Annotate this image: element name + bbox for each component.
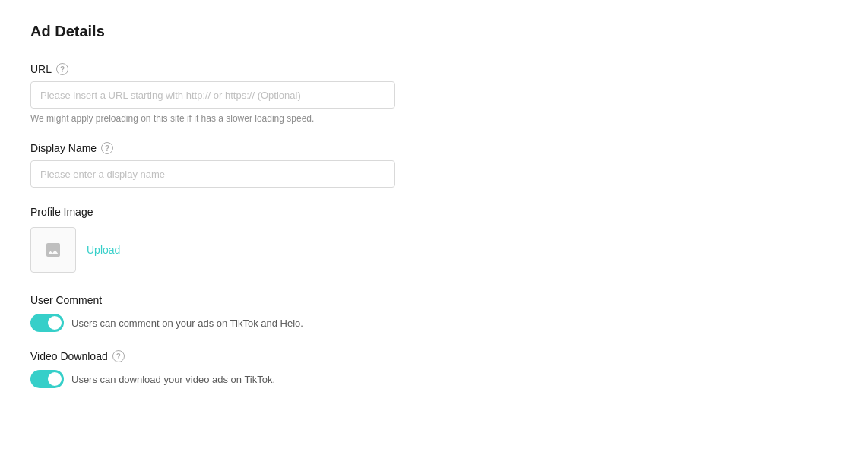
image-upload-area: Upload bbox=[30, 227, 502, 273]
video-download-toggle-row: Users can download your video ads on Tik… bbox=[30, 370, 502, 388]
profile-image-label: Profile Image bbox=[30, 206, 502, 218]
user-comment-toggle-row: Users can comment on your ads on TikTok … bbox=[30, 314, 502, 332]
video-download-label: Video Download ? bbox=[30, 350, 502, 362]
image-icon bbox=[44, 241, 62, 259]
video-download-section: Video Download ? Users can download your… bbox=[30, 350, 502, 388]
url-hint: We might apply preloading on this site i… bbox=[30, 113, 502, 124]
user-comment-label: User Comment bbox=[30, 294, 502, 306]
video-download-description: Users can download your video ads on Tik… bbox=[71, 374, 275, 385]
user-comment-section: User Comment Users can comment on your a… bbox=[30, 294, 502, 332]
profile-image-section: Profile Image Upload bbox=[30, 206, 502, 273]
display-name-input[interactable] bbox=[30, 160, 395, 188]
user-comment-description: Users can comment on your ads on TikTok … bbox=[71, 318, 303, 329]
url-help-icon[interactable]: ? bbox=[56, 63, 68, 75]
display-name-help-icon[interactable]: ? bbox=[101, 142, 113, 154]
video-download-help-icon[interactable]: ? bbox=[112, 350, 125, 362]
url-input[interactable] bbox=[30, 81, 395, 109]
display-name-label: Display Name ? bbox=[30, 142, 502, 154]
page-container: Ad Details URL ? We might apply preloadi… bbox=[0, 0, 532, 429]
user-comment-slider bbox=[30, 314, 64, 332]
url-section: URL ? We might apply preloading on this … bbox=[30, 63, 502, 124]
user-comment-toggle[interactable] bbox=[30, 314, 64, 332]
page-title: Ad Details bbox=[30, 23, 502, 40]
upload-button[interactable]: Upload bbox=[87, 244, 120, 256]
video-download-toggle[interactable] bbox=[30, 370, 64, 388]
image-placeholder bbox=[30, 227, 76, 273]
video-download-slider bbox=[30, 370, 64, 388]
display-name-section: Display Name ? bbox=[30, 142, 502, 188]
url-label: URL ? bbox=[30, 63, 502, 75]
